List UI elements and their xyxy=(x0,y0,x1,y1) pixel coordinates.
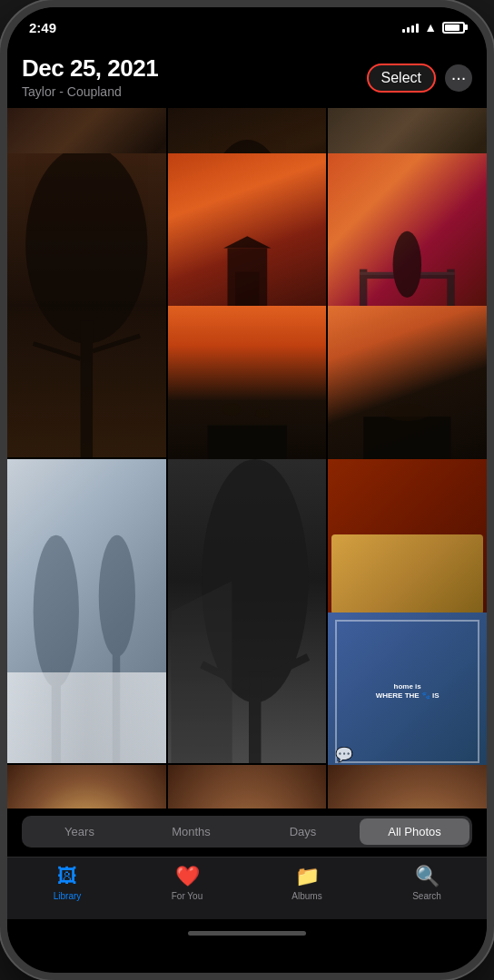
photo-cell[interactable] xyxy=(328,153,487,312)
photo-bg-8 xyxy=(328,306,487,465)
svg-rect-11 xyxy=(81,320,93,457)
svg-marker-18 xyxy=(223,236,271,248)
nav-item-search[interactable]: 🔍 Search xyxy=(367,865,487,901)
tab-filter-years[interactable]: Years xyxy=(25,818,134,845)
more-button[interactable]: ··· xyxy=(445,64,472,92)
signal-bar-3 xyxy=(411,25,414,33)
notch xyxy=(179,7,315,34)
photo-bg-7 xyxy=(168,306,327,465)
tab-filter-months[interactable]: Months xyxy=(136,818,246,845)
battery-icon xyxy=(442,22,465,34)
photo-bg-10 xyxy=(168,459,327,763)
status-icons: ▲ xyxy=(402,20,465,34)
svg-rect-27 xyxy=(364,416,451,465)
photo-grid: home isWHERE THE 🐾 IS 💬 0:13 xyxy=(7,108,487,808)
photo-cell-tall[interactable] xyxy=(7,153,166,457)
library-icon: 🖼 xyxy=(57,865,77,888)
header-actions: Select ··· xyxy=(367,64,472,93)
chat-bubble-icon: 💬 xyxy=(335,746,353,763)
photo-bg-6 xyxy=(328,153,487,312)
svg-line-14 xyxy=(34,343,81,358)
select-button[interactable]: Select xyxy=(367,64,436,93)
svg-rect-34 xyxy=(249,672,261,764)
photo-bg-5 xyxy=(168,153,327,312)
status-time: 2:49 xyxy=(29,20,56,35)
search-icon: 🔍 xyxy=(415,865,440,888)
tab-filter-all-photos[interactable]: All Photos xyxy=(360,818,469,845)
tab-filter: Years Months Days All Photos xyxy=(22,816,472,848)
nav-label-search: Search xyxy=(412,891,441,901)
photo-cell-dog-close[interactable] xyxy=(7,765,166,808)
photo-cell[interactable] xyxy=(168,153,327,312)
photo-cell-home-where[interactable]: home isWHERE THE 🐾 IS 💬 xyxy=(328,612,487,771)
home-indicator xyxy=(7,919,487,946)
svg-point-10 xyxy=(25,153,147,344)
svg-point-26 xyxy=(255,408,271,417)
albums-icon: 📁 xyxy=(295,865,320,888)
photo-bg-4 xyxy=(7,153,166,457)
for-you-icon: ❤️ xyxy=(175,865,200,888)
photo-cell-dog-couch[interactable]: 0:13 xyxy=(168,765,327,808)
nav-label-albums: Albums xyxy=(291,891,321,901)
signal-bar-2 xyxy=(407,27,410,33)
phone-screen: 2:49 ▲ Dec 25, 2021 Taylor - Coupland Se… xyxy=(7,7,487,973)
header: Dec 25, 2021 Taylor - Coupland Select ··… xyxy=(7,47,487,108)
photo-bg-11 xyxy=(328,459,487,618)
home-bar xyxy=(188,931,306,936)
phone-frame: 2:49 ▲ Dec 25, 2021 Taylor - Coupland Se… xyxy=(0,0,494,980)
svg-point-25 xyxy=(222,403,241,416)
wifi-icon: ▲ xyxy=(424,20,437,34)
photo-cell-tall-tree[interactable] xyxy=(168,459,327,763)
tab-bar-container: Years Months Days All Photos xyxy=(7,808,487,857)
photo-bg-13 xyxy=(7,765,166,808)
nav-item-library[interactable]: 🖼 Library xyxy=(7,865,127,901)
bottom-nav: 🖼 Library ❤️ For You 📁 Albums 🔍 Search xyxy=(7,857,487,919)
svg-point-28 xyxy=(386,404,430,421)
photo-cell[interactable] xyxy=(168,306,327,465)
svg-point-23 xyxy=(393,230,421,297)
photo-cell[interactable] xyxy=(328,306,487,465)
battery-fill xyxy=(445,24,459,31)
svg-rect-21 xyxy=(448,269,455,311)
photo-cell-tall-right[interactable] xyxy=(7,459,166,763)
svg-marker-37 xyxy=(171,581,232,763)
signal-bars-icon xyxy=(402,22,419,33)
signal-bar-4 xyxy=(416,24,419,33)
svg-rect-20 xyxy=(360,269,367,311)
photo-cell-dog-sleeping[interactable]: 0:04 xyxy=(328,765,487,808)
photo-bg-15 xyxy=(328,765,487,808)
photo-bg-9 xyxy=(7,459,166,763)
nav-label-for-you: For You xyxy=(172,891,203,901)
tab-filter-days[interactable]: Days xyxy=(248,818,358,845)
photo-bg-14 xyxy=(168,765,327,808)
nav-label-library: Library xyxy=(54,891,82,901)
nav-item-for-you[interactable]: ❤️ For You xyxy=(127,865,247,901)
signal-bar-1 xyxy=(402,29,405,33)
photo-cell-dog-blanket[interactable] xyxy=(328,459,487,618)
svg-point-31 xyxy=(99,535,135,657)
nav-item-albums[interactable]: 📁 Albums xyxy=(247,865,367,901)
